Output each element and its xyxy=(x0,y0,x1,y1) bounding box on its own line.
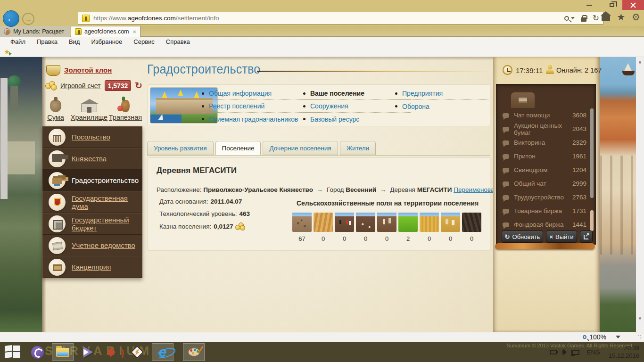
back-button[interactable]: ← xyxy=(3,10,19,27)
taskbar-bittorrent[interactable] xyxy=(26,343,48,361)
settings-gear-button[interactable]: ⚙ xyxy=(632,12,640,22)
window-restore-button[interactable] xyxy=(603,0,621,10)
settlement-tab[interactable]: Поселение xyxy=(215,141,261,155)
menu-item[interactable]: Сервис xyxy=(128,38,160,45)
address-bar[interactable]: https://www.ageofclones.com/settlement/i… xyxy=(78,12,603,25)
quick-link-refectory[interactable]: Трапезная xyxy=(108,97,142,121)
field-count: 0 xyxy=(420,235,439,242)
clan-link[interactable]: Золотой клон xyxy=(64,66,112,74)
chat-scrollbar-thumb[interactable] xyxy=(590,108,594,198)
sidebar-menu-item[interactable]: Посольство xyxy=(42,126,142,148)
chat-room-row[interactable]: Товарная биржа 1731 xyxy=(496,204,596,218)
field-tile[interactable]: 0 xyxy=(462,213,481,242)
forward-button[interactable]: → xyxy=(22,13,34,25)
field-tile[interactable]: 67 xyxy=(292,213,312,242)
page-scrollbar-thumb[interactable] xyxy=(0,78,8,199)
scroll-down-arrow[interactable]: ∨ xyxy=(636,314,644,322)
menu-item[interactable]: Избранное xyxy=(85,38,128,45)
zoom-indicator[interactable]: 100% xyxy=(583,333,620,341)
chat-exit-button[interactable]: × Выйти xyxy=(546,230,577,243)
sidebar-menu-item[interactable]: Государственная дума xyxy=(42,191,142,213)
chat-scrollbar-thumb-lower[interactable] xyxy=(590,210,594,231)
taskbar-date: 15.12.2016 xyxy=(609,352,639,360)
sidebar-menu-item[interactable]: Княжества xyxy=(42,148,142,170)
window-close-button[interactable] xyxy=(622,0,644,10)
url-text[interactable]: https://www.ageofclones.com/settlement/i… xyxy=(93,15,219,22)
refresh-page-button[interactable]: ↻ xyxy=(593,14,599,22)
language-indicator[interactable]: ENG xyxy=(587,349,600,356)
section-link[interactable]: Оборона xyxy=(395,100,488,113)
field-tile[interactable]: 0 xyxy=(377,213,396,242)
sidebar-menu-item[interactable]: Государственный бюджет xyxy=(42,213,142,235)
speaker-icon xyxy=(108,349,113,355)
tab-close-button[interactable]: × xyxy=(132,28,138,35)
start-button[interactable] xyxy=(5,346,22,359)
field-count: 0 xyxy=(335,235,354,242)
sidebar-menu-item[interactable]: Учетное ведомство xyxy=(42,235,142,256)
title-rule xyxy=(257,71,490,72)
taskbar-clock[interactable]: 20:39 15.12.2016 xyxy=(609,345,639,360)
home-button[interactable] xyxy=(602,16,610,21)
chat-room-row[interactable]: Фондовая биржа 1441 xyxy=(496,218,596,231)
page-scrollbar[interactable]: ∧ ∨ xyxy=(636,57,644,332)
field-tile[interactable]: 0 xyxy=(314,213,333,242)
sidebar-menu-item[interactable]: Градостроительство xyxy=(42,170,142,191)
chat-room-row[interactable]: Притон 1961 xyxy=(496,149,596,163)
taskbar-winamp[interactable] xyxy=(126,343,148,361)
scroll-up-arrow[interactable]: ∧ xyxy=(636,58,644,66)
chat-refresh-button[interactable]: ↻ Обновить xyxy=(502,230,543,243)
account-refresh-button[interactable]: ↻ xyxy=(135,80,142,91)
section-link[interactable]: Предприятия xyxy=(395,87,488,100)
section-link[interactable]: Сооружения xyxy=(303,100,411,113)
site-favicon xyxy=(82,15,90,22)
chat-room-row[interactable]: Свинодром 1204 xyxy=(496,163,596,177)
settlement-tab[interactable]: Жители xyxy=(340,141,376,155)
tray-speaker-icon[interactable] xyxy=(562,350,565,354)
taskbar-internet-explorer[interactable]: e xyxy=(152,343,173,361)
zoom-caret-icon xyxy=(616,336,620,338)
field-tile[interactable]: 0 xyxy=(335,213,354,242)
menu-item[interactable]: Вид xyxy=(63,38,86,45)
chat-message-count: 1441 xyxy=(572,221,586,228)
taskbar-paint[interactable] xyxy=(183,343,205,361)
quick-link-storage[interactable]: Хранилище xyxy=(71,97,107,121)
chat-room-row[interactable]: Общий чат 2999 xyxy=(496,177,596,190)
chat-panel-tab[interactable] xyxy=(511,92,535,108)
field-tile[interactable]: 0 xyxy=(420,213,439,242)
chat-room-row[interactable]: Трудоустройство 2763 xyxy=(496,190,596,204)
menu-item[interactable]: Правка xyxy=(31,38,63,45)
settlement-tab[interactable]: Дочерние поселения xyxy=(263,141,338,155)
add-favorite-icon[interactable]: ★ xyxy=(4,48,10,56)
section-link[interactable]: Базовый ресурс xyxy=(303,113,411,125)
battery-icon[interactable] xyxy=(550,350,557,354)
security-lock-icon[interactable] xyxy=(581,17,586,22)
chat-room-row[interactable]: Аукцион ценных бумаг 2043 xyxy=(496,122,596,136)
taskbar-volume[interactable] xyxy=(102,343,124,361)
chat-room-row[interactable]: Викторина 2329 xyxy=(496,136,596,149)
field-tile[interactable]: 2 xyxy=(398,213,418,242)
window-minimize-button[interactable] xyxy=(580,0,599,10)
sidebar-item-icon xyxy=(49,259,66,276)
chat-bubble-icon xyxy=(503,154,509,159)
chat-room-row[interactable]: Чат помощи 3608 xyxy=(496,108,596,122)
network-icon[interactable] xyxy=(572,350,579,355)
game-account-link[interactable]: Игровой счет xyxy=(60,82,100,90)
field-tile[interactable]: 0 xyxy=(441,213,460,242)
menu-item[interactable]: Файл xyxy=(5,38,31,45)
sidebar-menu-item[interactable]: Канцелярия xyxy=(42,256,142,278)
browser-tab-mylands[interactable]: My Lands: Расцвет цивилизац... xyxy=(0,26,70,37)
ship-decor xyxy=(622,71,635,75)
settlement-tab[interactable]: Уровень развития xyxy=(147,141,214,155)
taskbar-file-explorer[interactable] xyxy=(52,343,74,361)
taskbar-kmplayer[interactable] xyxy=(77,343,99,361)
favorites-star-button[interactable]: ★ xyxy=(617,12,625,22)
section-link[interactable]: Ваше поселение xyxy=(303,87,411,100)
chat-message-count: 1731 xyxy=(572,207,586,214)
menu-item[interactable]: Справка xyxy=(160,38,196,45)
field-image xyxy=(292,213,312,232)
quick-link-suma[interactable]: Сума xyxy=(41,97,70,121)
search-control[interactable] xyxy=(564,16,575,21)
field-tile[interactable]: 0 xyxy=(356,213,375,242)
browser-tab-ageofclones[interactable]: ageofclones.com × xyxy=(71,26,140,37)
chat-popout-button[interactable] xyxy=(580,230,593,243)
